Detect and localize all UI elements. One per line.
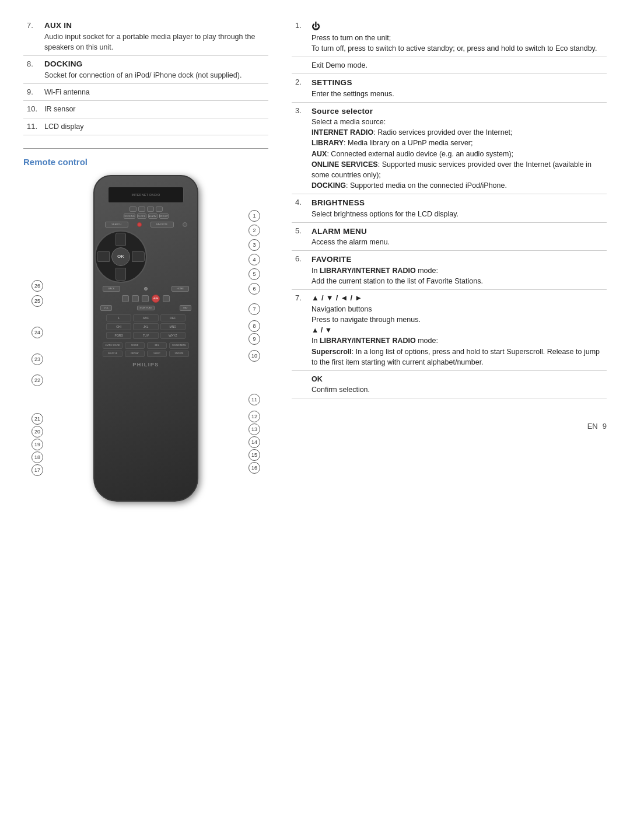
button-sound-menu[interactable]: SOUND MENU	[169, 342, 189, 349]
item-desc: Audio input socket for a portable media …	[44, 32, 265, 52]
callout-14: 14	[249, 436, 260, 448]
right-item-desc: Select brightness options for the LCD di…	[312, 209, 603, 219]
right-item-press: Press to navigate through menus.	[312, 314, 603, 325]
callout-15: 15	[249, 449, 260, 461]
remote-lcd-screen: INTERNET RADIO	[108, 187, 184, 203]
list-item: 11. LCD display	[23, 118, 268, 135]
right-item-aux: AUX: Connected external audio device (e.…	[312, 149, 603, 159]
numpad-8[interactable]: TUV	[133, 332, 158, 339]
remote-section-title: Remote control	[23, 157, 268, 167]
button-play[interactable]	[132, 295, 139, 302]
numpad-1[interactable]: 1	[106, 314, 131, 321]
item-desc: LCD display	[44, 121, 265, 132]
right-item-title: Source selector	[312, 106, 603, 117]
numpad-6[interactable]: MNO	[160, 323, 186, 330]
callout-18: 18	[32, 452, 43, 463]
item-desc: IR sensor	[44, 104, 265, 114]
callout-2: 2	[249, 225, 260, 236]
button-snooze[interactable]: SNOOZE	[169, 351, 189, 357]
right-item-desc: Enter the settings menus.	[312, 89, 603, 99]
button-online[interactable]	[156, 206, 163, 212]
item-desc: Socket for connection of an iPod/ iPhone…	[44, 70, 265, 80]
callout-23: 23	[32, 354, 43, 365]
numpad-5[interactable]: JKL	[133, 323, 158, 330]
button-sleep[interactable]: SLEEP	[147, 351, 167, 357]
right-item-number: 7.	[292, 290, 308, 371]
right-item-online: ONLINE SERVICES: Supported music service…	[312, 159, 603, 180]
list-item: 9. Wi-Fi antenna	[23, 84, 268, 101]
dpad-left[interactable]	[97, 251, 110, 262]
right-item-desc: Press to turn on the unit;	[312, 33, 603, 43]
button-mel[interactable]: MEL	[147, 342, 167, 349]
callout-left-group: 26 25 24 23 22 21 20 19 18 17	[32, 280, 43, 477]
button-irradio[interactable]	[130, 206, 136, 212]
right-item-fav-desc: Add the current station to the list of F…	[312, 276, 603, 286]
button-rat[interactable]: RAT	[180, 305, 191, 311]
right-item-1: 1. ⏻ Press to turn on the unit; To turn …	[292, 18, 607, 57]
list-item: 7. AUX IN Audio input socket for a porta…	[23, 18, 268, 56]
right-item-number: 4.	[292, 194, 308, 223]
right-item-number: 5.	[292, 222, 308, 251]
bottom-row-2: SHUFFLE REPEAT SLEEP SNOOZE	[103, 351, 189, 357]
right-item-number: 6.	[292, 251, 308, 290]
dpad-right[interactable]	[132, 251, 145, 262]
right-column: 1. ⏻ Press to turn on the unit; To turn …	[292, 18, 607, 398]
remote-dpad[interactable]: OK	[94, 230, 147, 283]
right-item-3: 3. Source selector Select a media source…	[292, 102, 607, 194]
dpad-down[interactable]	[116, 268, 126, 281]
button-bright[interactable]: BRIGHT	[159, 214, 169, 219]
button-favorite[interactable]: FAVORITE	[150, 222, 174, 228]
button-extra[interactable]	[183, 222, 187, 227]
callout-17: 17	[32, 464, 43, 476]
item-desc: Wi-Fi antenna	[44, 87, 265, 97]
remote-top-buttons	[94, 206, 197, 212]
remote-screen-text: INTERNET RADIO	[131, 193, 160, 197]
remote-back-home-row: BACK HOME	[103, 286, 189, 292]
callout-24: 24	[32, 327, 43, 338]
footer-lang: EN	[587, 422, 598, 430]
button-vol[interactable]: VOL	[100, 305, 112, 311]
right-item-title: SETTINGS	[312, 77, 603, 89]
left-items-table: 7. AUX IN Audio input socket for a porta…	[23, 18, 268, 135]
item-number: 7.	[23, 18, 41, 56]
remote-second-row: DOCKING CLOCK ALARM BRIGHT	[94, 214, 197, 219]
ok-label: OK	[117, 254, 124, 259]
numpad-4[interactable]: GHI	[106, 323, 131, 330]
right-item-ir: INTERNET RADIO: Radio services provided …	[312, 127, 603, 138]
right-item-5: 5. ALARM MENU Access the alarm menu.	[292, 222, 607, 251]
right-item-1b: Exit Demo mode.	[292, 57, 607, 74]
right-item-desc: Select a media source:	[312, 117, 603, 127]
button-stop[interactable]	[142, 295, 149, 302]
button-clock[interactable]: CLOCK	[137, 214, 146, 219]
button-fwd[interactable]	[163, 295, 170, 302]
button-rew[interactable]	[122, 295, 129, 302]
right-item-nav: Navigation buttons	[312, 304, 603, 314]
numpad-7[interactable]: PQRS	[106, 332, 131, 339]
button-search[interactable]: SEARCH	[105, 222, 128, 228]
dpad-ok-button[interactable]: OK	[111, 247, 130, 266]
numpad-3[interactable]: DEF	[160, 314, 186, 321]
numpad-2[interactable]: ABC	[133, 314, 158, 321]
right-item-docking: DOCKING: Supported media on the connecte…	[312, 180, 603, 191]
right-item-updown: ▲ / ▼	[312, 325, 603, 335]
button-docking[interactable]: DOCKING	[124, 214, 135, 219]
dpad-up[interactable]	[116, 233, 126, 246]
button-living-sound[interactable]: LIVING SOUND	[103, 342, 123, 349]
item-title: DOCKING	[44, 59, 265, 70]
callout-4: 4	[249, 254, 260, 265]
callout-5: 5	[249, 268, 260, 280]
button-alarm[interactable]: ALARM	[148, 214, 158, 219]
button-record[interactable]	[137, 222, 142, 227]
button-home[interactable]: HOME	[172, 286, 189, 292]
right-items-table: 1. ⏻ Press to turn on the unit; To turn …	[292, 18, 607, 398]
button-shuffle[interactable]: SHUFFLE	[103, 351, 123, 357]
button-alarm-icon[interactable]: ALM	[152, 295, 160, 303]
button-aux[interactable]	[147, 206, 154, 212]
button-sound[interactable]: SOUND	[125, 342, 145, 349]
button-repeat[interactable]: REPEAT	[125, 351, 145, 357]
section-divider	[23, 148, 268, 149]
remote-search-fav-row: SEARCH FAVORITE	[100, 222, 191, 228]
button-back[interactable]: BACK	[103, 286, 120, 292]
numpad-9[interactable]: WXYZ	[160, 332, 186, 339]
button-library[interactable]	[138, 206, 145, 212]
